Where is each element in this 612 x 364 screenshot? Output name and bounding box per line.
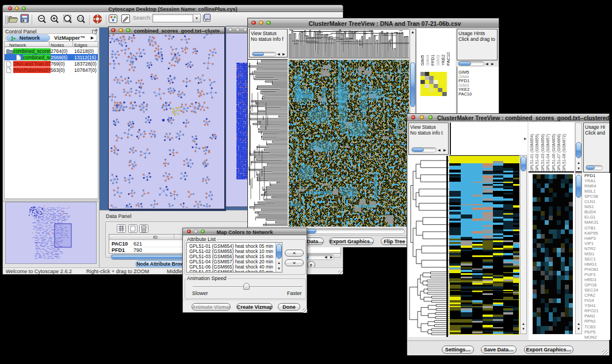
svg-text:1:1: 1:1 <box>79 17 83 20</box>
